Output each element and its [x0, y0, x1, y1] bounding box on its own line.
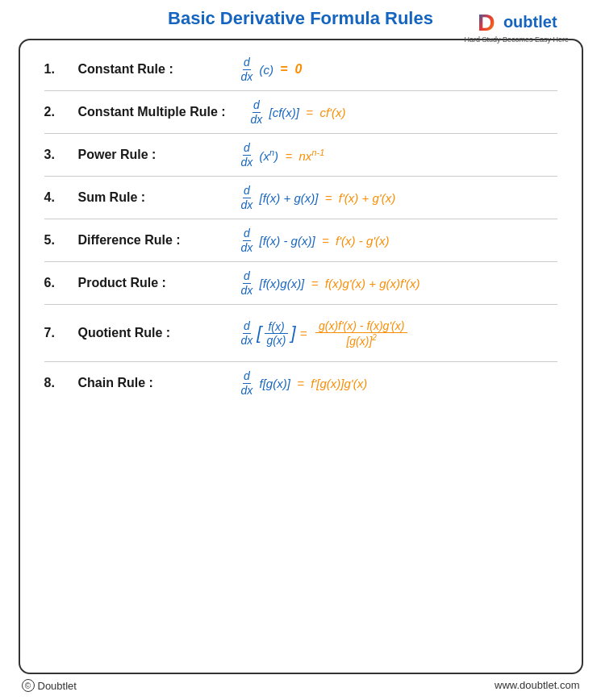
rule-2-number: 2. — [44, 105, 69, 119]
ddx-7: d dx — [240, 319, 254, 348]
rule-4-label: 4. Sum Rule : — [44, 190, 238, 205]
logo-name: oubtlet — [503, 13, 557, 31]
rule-4-name: Sum Rule : — [78, 190, 223, 205]
ddx-1: d dx — [240, 56, 254, 84]
rule-2: 2. Constant Multiple Rule : d dx [cf(x)]… — [44, 91, 557, 133]
ddx-4: d dx — [240, 184, 254, 212]
rule-1: 1. Constant Rule : d dx (c) = 0 — [44, 48, 557, 90]
rule-3-formula: d dx (xn) = nxn-1 — [238, 141, 325, 169]
page-header: Basic Derivative Formula Rules D oubtlet… — [16, 8, 585, 29]
quotient-inner-frac: f(x) g(x) — [263, 320, 289, 347]
rule-3-label: 3. Power Rule : — [44, 148, 238, 162]
rule-5-name: Difference Rule : — [78, 233, 223, 248]
page-footer: © Doubtlet www.doubtlet.com — [19, 674, 583, 692]
svg-text:D: D — [478, 9, 495, 35]
rule-1-label: 1. Constant Rule : — [44, 62, 238, 77]
footer-url: www.doubtlet.com — [495, 679, 580, 692]
ddx-3: d dx — [240, 141, 254, 169]
ddx-8: d dx — [240, 369, 254, 398]
rule-7-number: 7. — [44, 326, 69, 340]
rule-3-name: Power Rule : — [78, 148, 223, 162]
rule-6-name: Product Rule : — [78, 276, 223, 290]
footer-left: © Doubtlet — [22, 679, 77, 692]
rule-7-label: 7. Quotient Rule : — [44, 326, 238, 340]
rule-3-number: 3. — [44, 148, 69, 162]
rule-2-name: Constant Multiple Rule : — [78, 105, 248, 119]
rule-6-label: 6. Product Rule : — [44, 276, 238, 290]
ddx-6: d dx — [240, 269, 254, 298]
rule-8-name: Chain Rule : — [78, 376, 223, 390]
rule-6-formula: d dx [f(x)g(x)] = f(x)g'(x) + g(x)f'(x) — [238, 269, 420, 298]
rule-1-formula: d dx (c) = 0 — [238, 56, 303, 84]
rule-5-formula: d dx [f(x) - g(x)] = f'(x) - g'(x) — [238, 227, 390, 255]
rule-4-formula: d dx [f(x) + g(x)] = f'(x) + g'(x) — [238, 184, 396, 212]
page-title: Basic Derivative Formula Rules — [168, 8, 433, 29]
rule-4: 4. Sum Rule : d dx [f(x) + g(x)] = f'(x)… — [44, 177, 557, 219]
rules-box: 1. Constant Rule : d dx (c) = 0 2. Const… — [19, 39, 583, 674]
rule-4-number: 4. — [44, 190, 69, 205]
footer-brand: Doubtlet — [38, 680, 77, 692]
rule-7-name: Quotient Rule : — [78, 326, 223, 340]
rule-7-formula: d dx [ f(x) g(x) ] = g(x)f'(x) - f(x)g'(… — [238, 319, 410, 348]
rule-5: 5. Difference Rule : d dx [f(x) - g(x)] … — [44, 219, 557, 261]
logo-icon: D — [476, 8, 503, 35]
logo-subtitle: Hard Study Becomes Easy Here — [464, 35, 569, 44]
rule-8-formula: d dx f[g(x)] = f'[g(x)]g'(x) — [238, 369, 368, 398]
rule-3: 3. Power Rule : d dx (xn) = nxn-1 — [44, 134, 557, 176]
rule-8: 8. Chain Rule : d dx f[g(x)] = f'[g(x)]g… — [44, 362, 557, 404]
rule-2-label: 2. Constant Multiple Rule : — [44, 105, 248, 119]
quotient-result-frac: g(x)f'(x) - f(x)g'(x) [g(x)]2 — [315, 319, 407, 348]
rule-5-number: 5. — [44, 233, 69, 248]
rule-1-name: Constant Rule : — [78, 62, 223, 77]
rule-8-number: 8. — [44, 376, 69, 390]
rule-5-label: 5. Difference Rule : — [44, 233, 238, 248]
rule-2-formula: d dx [cf(x)] = cf'(x) — [248, 98, 346, 127]
rule-6-number: 6. — [44, 276, 69, 290]
ddx-2: d dx — [250, 98, 264, 127]
copyright-icon: © — [22, 679, 35, 692]
logo: D oubtlet Hard Study Becomes Easy Here — [464, 8, 569, 44]
rule-7: 7. Quotient Rule : d dx [ f(x) g(x) ] = … — [44, 305, 557, 361]
rule-8-label: 8. Chain Rule : — [44, 376, 238, 390]
ddx-5: d dx — [240, 227, 254, 255]
rule-1-number: 1. — [44, 62, 69, 77]
rule-6: 6. Product Rule : d dx [f(x)g(x)] = f(x)… — [44, 262, 557, 304]
